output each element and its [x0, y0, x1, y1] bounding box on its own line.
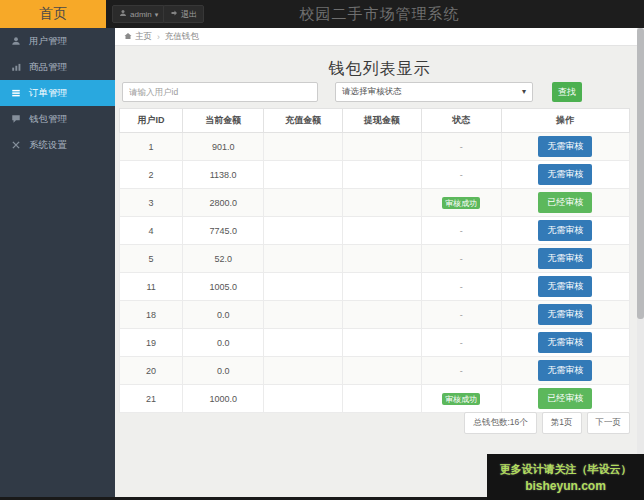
status-dash: - [460, 282, 463, 292]
table-cell [264, 133, 343, 161]
list-icon [11, 88, 21, 98]
user-icon [11, 36, 21, 46]
action-cell: 无需审核 [501, 357, 629, 385]
status-dash: - [460, 254, 463, 264]
settings-icon [11, 140, 21, 150]
search-button[interactable]: 查找 [552, 82, 582, 102]
table-cell: 1005.0 [183, 273, 264, 301]
sidebar-item-label: 用户管理 [29, 35, 67, 48]
status-select[interactable]: 请选择审核状态 ▾ [335, 82, 533, 102]
table-cell [343, 133, 421, 161]
action-cell: 无需审核 [501, 133, 629, 161]
chevron-down-icon: ▾ [522, 88, 526, 96]
sidebar-item-5[interactable]: 系统设置 [0, 132, 115, 158]
table-cell: 18 [120, 301, 183, 329]
audited-button[interactable]: 已经审核 [538, 192, 592, 213]
status-cell: - [421, 245, 501, 273]
current-page-label: 第1页 [542, 412, 582, 434]
table-cell [343, 273, 421, 301]
table-cell: 4 [120, 217, 183, 245]
wallet-table: 用户ID当前金额充值金额提现金额状态操作 1901.0-无需审核21138.0-… [119, 108, 630, 413]
table-cell: 11 [120, 273, 183, 301]
no-audit-button[interactable]: 无需审核 [538, 276, 592, 297]
table-cell [343, 385, 421, 413]
table-cell [343, 245, 421, 273]
table-body: 1901.0-无需审核21138.0-无需审核32800.0审核成功已经审核47… [120, 133, 630, 413]
watermark-line1: 更多设计请关注（毕设云） [500, 462, 632, 477]
comment-icon [11, 114, 21, 124]
table-row: 200.0-无需审核 [120, 357, 630, 385]
breadcrumb-home[interactable]: 主页 [124, 31, 152, 43]
sidebar-item-2[interactable]: 商品管理 [0, 54, 115, 80]
column-header: 操作 [501, 109, 629, 133]
audited-button[interactable]: 已经审核 [538, 388, 592, 409]
scrollbar-track[interactable] [637, 28, 644, 497]
total-wallets-label: 总钱包数:16个 [464, 412, 536, 434]
table-cell [343, 161, 421, 189]
sidebar-item-3[interactable]: 订单管理 [0, 80, 115, 106]
table-cell [343, 329, 421, 357]
sidebar-item-label: 钱包管理 [29, 113, 67, 126]
app-title: 校园二手市场管理系统 [115, 0, 644, 28]
sidebar-item-label: 商品管理 [29, 61, 67, 74]
table-cell [264, 357, 343, 385]
status-cell: - [421, 273, 501, 301]
table-header-row: 用户ID当前金额充值金额提现金额状态操作 [120, 109, 630, 133]
status-dash: - [460, 338, 463, 348]
table-cell [343, 301, 421, 329]
action-cell: 无需审核 [501, 273, 629, 301]
chart-icon [11, 62, 21, 72]
table-cell: 20 [120, 357, 183, 385]
breadcrumb-current: 充值钱包 [165, 31, 199, 43]
next-page-button[interactable]: 下一页 [587, 412, 631, 434]
no-audit-button[interactable]: 无需审核 [538, 136, 592, 157]
home-button[interactable]: 首页 [0, 0, 106, 28]
table-cell: 21 [120, 385, 183, 413]
no-audit-button[interactable]: 无需审核 [538, 220, 592, 241]
table-cell: 2 [120, 161, 183, 189]
table-cell: 1000.0 [183, 385, 264, 413]
table-cell [264, 245, 343, 273]
action-cell: 无需审核 [501, 161, 629, 189]
status-dash: - [460, 170, 463, 180]
watermark-line2: bisheyun.com [525, 479, 606, 493]
no-audit-button[interactable]: 无需审核 [538, 332, 592, 353]
status-cell: - [421, 133, 501, 161]
table-row: 21138.0-无需审核 [120, 161, 630, 189]
table-row: 211000.0审核成功已经审核 [120, 385, 630, 413]
sidebar-item-1[interactable]: 用户管理 [0, 28, 115, 54]
status-cell: - [421, 161, 501, 189]
table-cell: 3 [120, 189, 183, 217]
table-cell: 0.0 [183, 301, 264, 329]
action-cell: 无需审核 [501, 329, 629, 357]
table-cell [343, 189, 421, 217]
page-title: 钱包列表显示 [115, 59, 644, 80]
table-cell: 5 [120, 245, 183, 273]
no-audit-button[interactable]: 无需审核 [538, 248, 592, 269]
table-cell [264, 217, 343, 245]
status-cell: 审核成功 [421, 189, 501, 217]
status-cell: - [421, 357, 501, 385]
breadcrumb-separator: › [157, 32, 160, 42]
search-input[interactable] [122, 82, 318, 102]
column-header: 状态 [421, 109, 501, 133]
status-select-value: 请选择审核状态 [342, 86, 402, 98]
wallet-admin-page: { "header": { "home": "首页", "admin": "ad… [0, 0, 644, 500]
scrollbar-thumb[interactable] [637, 28, 644, 319]
table-cell [264, 301, 343, 329]
no-audit-button[interactable]: 无需审核 [538, 304, 592, 325]
action-cell: 无需审核 [501, 217, 629, 245]
no-audit-button[interactable]: 无需审核 [538, 164, 592, 185]
table-cell: 2800.0 [183, 189, 264, 217]
sidebar-item-4[interactable]: 钱包管理 [0, 106, 115, 132]
sidebar-item-label: 系统设置 [29, 139, 67, 152]
main-content: 主页 › 充值钱包 钱包列表显示 请选择审核状态 ▾ 查找 用户ID当前金额充值… [115, 28, 644, 500]
pagination: 总钱包数:16个 第1页 下一页 [464, 412, 630, 434]
table-cell: 901.0 [183, 133, 264, 161]
no-audit-button[interactable]: 无需审核 [538, 360, 592, 381]
watermark: 更多设计请关注（毕设云） bisheyun.com [487, 454, 644, 500]
status-badge: 审核成功 [442, 197, 480, 209]
action-cell: 已经审核 [501, 385, 629, 413]
table-cell: 0.0 [183, 329, 264, 357]
sidebar-item-label: 订单管理 [29, 87, 67, 100]
